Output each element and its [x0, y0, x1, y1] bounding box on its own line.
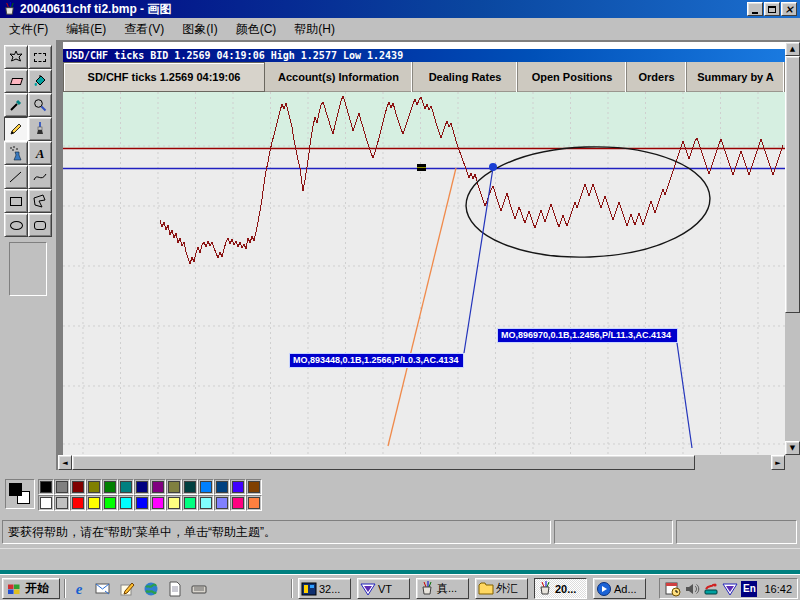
close-button[interactable]: ×	[781, 2, 797, 16]
horizontal-scrollbar[interactable]: ◄ ►	[58, 455, 785, 470]
color-swatch[interactable]	[230, 495, 246, 511]
status-bar: 要获得帮助，请在“帮助”菜单中，单击“帮助主题”。	[0, 516, 800, 548]
ellipse-tool[interactable]	[4, 213, 28, 237]
color-swatch[interactable]	[230, 479, 246, 495]
scroll-up-button[interactable]: ▲	[785, 42, 800, 56]
taskbar-button-6[interactable]: Ad...	[593, 578, 646, 599]
taskbar-button-5[interactable]: 20...	[534, 578, 587, 599]
app32-icon	[301, 581, 317, 597]
color-swatch[interactable]	[134, 479, 150, 495]
color-swatch[interactable]	[70, 495, 86, 511]
scroll-right-button[interactable]: ►	[771, 455, 785, 470]
taskbar-button-2[interactable]: VT	[357, 578, 410, 599]
forex-tab-4[interactable]: Open Positions	[518, 62, 627, 92]
bitmap-image[interactable]: USD/CHF ticks BID 1.2569 04:19:06 High 1…	[63, 42, 785, 455]
taskbar-button-label: 外汇	[496, 581, 518, 596]
color-swatch[interactable]	[198, 479, 214, 495]
window-title: 20040611chf ti2.bmp - 画图	[20, 1, 747, 18]
taskbar-button-1[interactable]: 32...	[298, 578, 351, 599]
color-swatch[interactable]	[118, 495, 134, 511]
free-form-select-icon	[8, 49, 24, 65]
language-indicator[interactable]: En	[741, 581, 757, 597]
menu-item-help[interactable]: 帮助(H)	[285, 18, 344, 41]
forex-tab-2[interactable]: Account(s) Information	[265, 62, 413, 92]
color-swatch[interactable]	[38, 479, 54, 495]
color-swatch[interactable]	[54, 479, 70, 495]
quicklaunch-compose[interactable]	[118, 580, 136, 598]
maximize-button[interactable]	[764, 2, 780, 16]
color-swatch[interactable]	[54, 495, 70, 511]
brush-tool[interactable]	[28, 117, 52, 141]
curve-tool[interactable]	[28, 165, 52, 189]
clock: 16:42	[764, 583, 792, 595]
taskbar-button-3[interactable]: 真...	[416, 578, 469, 599]
forex-tab-6[interactable]: Summary by A	[687, 62, 785, 92]
color-swatch[interactable]	[214, 495, 230, 511]
system-tray: En 16:42	[659, 578, 798, 599]
menu-item-edit[interactable]: 编辑(E)	[57, 18, 115, 41]
text-tool[interactable]: A	[28, 141, 52, 165]
scroll-down-button[interactable]: ▼	[785, 441, 800, 455]
color-swatch[interactable]	[182, 479, 198, 495]
color-swatch[interactable]	[166, 495, 182, 511]
vertical-scroll-thumb[interactable]	[785, 56, 800, 313]
quicklaunch-keyboard[interactable]	[190, 580, 208, 598]
color-swatch[interactable]	[134, 495, 150, 511]
quicklaunch-outlook[interactable]	[94, 580, 112, 598]
color-swatch[interactable]	[166, 479, 182, 495]
menu-item-colors[interactable]: 颜色(C)	[227, 18, 286, 41]
scroll-left-button[interactable]: ◄	[58, 455, 72, 470]
free-form-select-tool[interactable]	[4, 45, 28, 69]
tray-volume[interactable]	[684, 581, 700, 597]
color-swatch[interactable]	[102, 479, 118, 495]
color-swatch[interactable]	[86, 495, 102, 511]
rounded-rectangle-tool[interactable]	[28, 213, 52, 237]
forex-tab-3[interactable]: Dealing Rates	[413, 62, 518, 92]
color-swatch[interactable]	[214, 479, 230, 495]
vertical-scrollbar[interactable]: ▲ ▼	[785, 42, 800, 455]
color-swatch[interactable]	[70, 479, 86, 495]
taskbar-button-4[interactable]: 外汇	[475, 578, 528, 599]
color-swatch[interactable]	[246, 479, 262, 495]
horizontal-scroll-thumb[interactable]	[72, 455, 695, 470]
vt-icon	[722, 581, 738, 597]
color-swatch[interactable]	[150, 495, 166, 511]
start-button[interactable]: 开始	[2, 578, 60, 599]
trade-label-2: MO,896970,0.1B,1.2456,P/L11.3,AC.4134	[497, 328, 678, 343]
polygon-tool[interactable]	[28, 189, 52, 213]
pick-color-tool[interactable]	[4, 93, 28, 117]
vertical-scroll-track[interactable]	[785, 313, 800, 441]
minimize-button[interactable]	[747, 2, 763, 16]
color-swatch[interactable]	[38, 495, 54, 511]
color-swatch[interactable]	[198, 495, 214, 511]
quicklaunch-ie[interactable]: e	[70, 580, 88, 598]
forex-tab-5[interactable]: Orders	[627, 62, 687, 92]
color-swatch[interactable]	[102, 495, 118, 511]
color-swatch[interactable]	[86, 479, 102, 495]
forex-tab-1[interactable]: SD/CHF ticks 1.2569 04:19:06	[63, 62, 265, 92]
color-swatch[interactable]	[118, 479, 134, 495]
select-tool[interactable]	[28, 45, 52, 69]
fill-tool[interactable]	[28, 69, 52, 93]
taskbar-button-label: 20...	[555, 583, 576, 595]
tray-modem[interactable]	[703, 581, 719, 597]
rectangle-tool[interactable]	[4, 189, 28, 213]
menu-item-view[interactable]: 查看(V)	[115, 18, 173, 41]
tray-scheduler[interactable]	[665, 581, 681, 597]
menu-item-file[interactable]: 文件(F)	[0, 18, 57, 41]
pencil-tool[interactable]	[4, 117, 28, 141]
color-swatch[interactable]	[150, 479, 166, 495]
quicklaunch-globe[interactable]	[142, 580, 160, 598]
eraser-tool[interactable]	[4, 69, 28, 93]
window-titlebar[interactable]: 20040611chf ti2.bmp - 画图 ×	[0, 0, 800, 18]
airbrush-tool[interactable]	[4, 141, 28, 165]
magnifier-tool[interactable]	[28, 93, 52, 117]
line-tool[interactable]	[4, 165, 28, 189]
color-swatch[interactable]	[182, 495, 198, 511]
brush-icon	[32, 121, 48, 137]
quicklaunch-document[interactable]	[166, 580, 184, 598]
menu-item-image[interactable]: 图象(I)	[173, 18, 226, 41]
tray-vt[interactable]	[722, 581, 738, 597]
color-swatch[interactable]	[246, 495, 262, 511]
horizontal-scroll-track[interactable]	[695, 455, 771, 470]
